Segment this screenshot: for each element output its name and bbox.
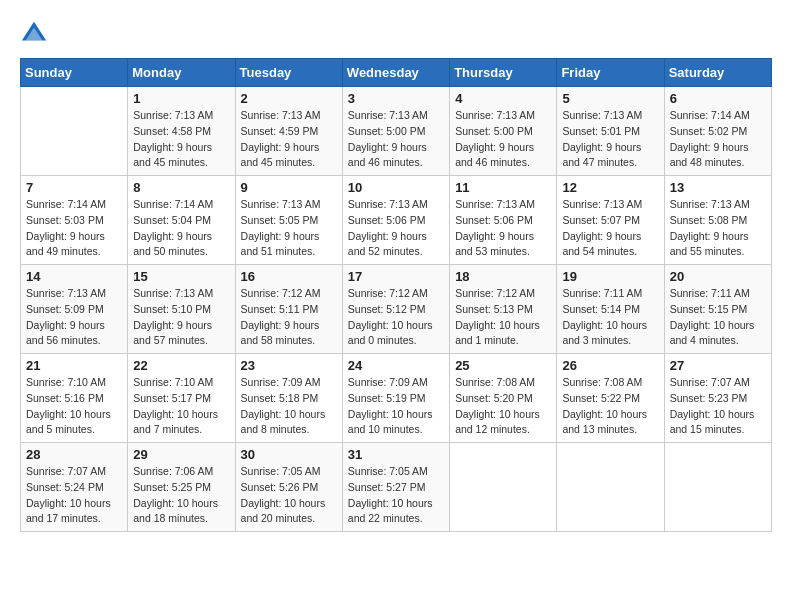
- day-info: Sunrise: 7:09 AMSunset: 5:19 PMDaylight:…: [348, 375, 444, 438]
- day-info: Sunrise: 7:13 AMSunset: 4:59 PMDaylight:…: [241, 108, 337, 171]
- day-number: 3: [348, 91, 444, 106]
- day-info: Sunrise: 7:10 AMSunset: 5:16 PMDaylight:…: [26, 375, 122, 438]
- day-number: 19: [562, 269, 658, 284]
- calendar-cell: 18Sunrise: 7:12 AMSunset: 5:13 PMDayligh…: [450, 265, 557, 354]
- day-number: 25: [455, 358, 551, 373]
- calendar-cell: 19Sunrise: 7:11 AMSunset: 5:14 PMDayligh…: [557, 265, 664, 354]
- day-info: Sunrise: 7:13 AMSunset: 5:05 PMDaylight:…: [241, 197, 337, 260]
- calendar-header: SundayMondayTuesdayWednesdayThursdayFrid…: [21, 59, 772, 87]
- day-number: 15: [133, 269, 229, 284]
- day-number: 21: [26, 358, 122, 373]
- day-info: Sunrise: 7:13 AMSunset: 5:06 PMDaylight:…: [348, 197, 444, 260]
- day-info: Sunrise: 7:13 AMSunset: 5:06 PMDaylight:…: [455, 197, 551, 260]
- day-info: Sunrise: 7:13 AMSunset: 5:01 PMDaylight:…: [562, 108, 658, 171]
- calendar-cell: 28Sunrise: 7:07 AMSunset: 5:24 PMDayligh…: [21, 443, 128, 532]
- calendar-cell: 31Sunrise: 7:05 AMSunset: 5:27 PMDayligh…: [342, 443, 449, 532]
- calendar-body: 1Sunrise: 7:13 AMSunset: 4:58 PMDaylight…: [21, 87, 772, 532]
- day-number: 12: [562, 180, 658, 195]
- day-number: 6: [670, 91, 766, 106]
- calendar-cell: 25Sunrise: 7:08 AMSunset: 5:20 PMDayligh…: [450, 354, 557, 443]
- day-number: 1: [133, 91, 229, 106]
- calendar-week-row: 1Sunrise: 7:13 AMSunset: 4:58 PMDaylight…: [21, 87, 772, 176]
- day-info: Sunrise: 7:08 AMSunset: 5:22 PMDaylight:…: [562, 375, 658, 438]
- calendar-cell: 15Sunrise: 7:13 AMSunset: 5:10 PMDayligh…: [128, 265, 235, 354]
- day-info: Sunrise: 7:05 AMSunset: 5:27 PMDaylight:…: [348, 464, 444, 527]
- calendar-cell: 2Sunrise: 7:13 AMSunset: 4:59 PMDaylight…: [235, 87, 342, 176]
- day-info: Sunrise: 7:12 AMSunset: 5:13 PMDaylight:…: [455, 286, 551, 349]
- day-info: Sunrise: 7:13 AMSunset: 4:58 PMDaylight:…: [133, 108, 229, 171]
- day-info: Sunrise: 7:12 AMSunset: 5:11 PMDaylight:…: [241, 286, 337, 349]
- calendar-cell: 11Sunrise: 7:13 AMSunset: 5:06 PMDayligh…: [450, 176, 557, 265]
- day-info: Sunrise: 7:10 AMSunset: 5:17 PMDaylight:…: [133, 375, 229, 438]
- calendar-cell: 8Sunrise: 7:14 AMSunset: 5:04 PMDaylight…: [128, 176, 235, 265]
- calendar-week-row: 21Sunrise: 7:10 AMSunset: 5:16 PMDayligh…: [21, 354, 772, 443]
- calendar-cell: 20Sunrise: 7:11 AMSunset: 5:15 PMDayligh…: [664, 265, 771, 354]
- day-number: 22: [133, 358, 229, 373]
- logo: [20, 20, 52, 48]
- day-number: 4: [455, 91, 551, 106]
- day-of-week-header: Thursday: [450, 59, 557, 87]
- day-of-week-header: Tuesday: [235, 59, 342, 87]
- day-info: Sunrise: 7:13 AMSunset: 5:00 PMDaylight:…: [348, 108, 444, 171]
- calendar-cell: [21, 87, 128, 176]
- day-number: 29: [133, 447, 229, 462]
- day-info: Sunrise: 7:14 AMSunset: 5:02 PMDaylight:…: [670, 108, 766, 171]
- day-number: 31: [348, 447, 444, 462]
- calendar-cell: 26Sunrise: 7:08 AMSunset: 5:22 PMDayligh…: [557, 354, 664, 443]
- day-info: Sunrise: 7:07 AMSunset: 5:23 PMDaylight:…: [670, 375, 766, 438]
- calendar-cell: 27Sunrise: 7:07 AMSunset: 5:23 PMDayligh…: [664, 354, 771, 443]
- day-info: Sunrise: 7:13 AMSunset: 5:07 PMDaylight:…: [562, 197, 658, 260]
- calendar-cell: 24Sunrise: 7:09 AMSunset: 5:19 PMDayligh…: [342, 354, 449, 443]
- day-number: 24: [348, 358, 444, 373]
- calendar-cell: 29Sunrise: 7:06 AMSunset: 5:25 PMDayligh…: [128, 443, 235, 532]
- day-number: 18: [455, 269, 551, 284]
- calendar-cell: 13Sunrise: 7:13 AMSunset: 5:08 PMDayligh…: [664, 176, 771, 265]
- day-of-week-header: Monday: [128, 59, 235, 87]
- day-number: 30: [241, 447, 337, 462]
- calendar-cell: 3Sunrise: 7:13 AMSunset: 5:00 PMDaylight…: [342, 87, 449, 176]
- day-info: Sunrise: 7:11 AMSunset: 5:15 PMDaylight:…: [670, 286, 766, 349]
- day-number: 27: [670, 358, 766, 373]
- day-of-week-header: Sunday: [21, 59, 128, 87]
- day-number: 10: [348, 180, 444, 195]
- calendar-cell: 4Sunrise: 7:13 AMSunset: 5:00 PMDaylight…: [450, 87, 557, 176]
- calendar-week-row: 14Sunrise: 7:13 AMSunset: 5:09 PMDayligh…: [21, 265, 772, 354]
- day-number: 23: [241, 358, 337, 373]
- calendar-cell: 6Sunrise: 7:14 AMSunset: 5:02 PMDaylight…: [664, 87, 771, 176]
- page-header: [20, 20, 772, 48]
- day-info: Sunrise: 7:13 AMSunset: 5:00 PMDaylight:…: [455, 108, 551, 171]
- calendar-cell: 5Sunrise: 7:13 AMSunset: 5:01 PMDaylight…: [557, 87, 664, 176]
- day-number: 26: [562, 358, 658, 373]
- calendar-cell: 14Sunrise: 7:13 AMSunset: 5:09 PMDayligh…: [21, 265, 128, 354]
- calendar-cell: 7Sunrise: 7:14 AMSunset: 5:03 PMDaylight…: [21, 176, 128, 265]
- day-info: Sunrise: 7:13 AMSunset: 5:08 PMDaylight:…: [670, 197, 766, 260]
- logo-icon: [20, 20, 48, 48]
- day-number: 2: [241, 91, 337, 106]
- calendar-cell: 16Sunrise: 7:12 AMSunset: 5:11 PMDayligh…: [235, 265, 342, 354]
- day-number: 20: [670, 269, 766, 284]
- day-info: Sunrise: 7:14 AMSunset: 5:04 PMDaylight:…: [133, 197, 229, 260]
- calendar-cell: 22Sunrise: 7:10 AMSunset: 5:17 PMDayligh…: [128, 354, 235, 443]
- day-info: Sunrise: 7:14 AMSunset: 5:03 PMDaylight:…: [26, 197, 122, 260]
- day-number: 8: [133, 180, 229, 195]
- calendar-cell: 10Sunrise: 7:13 AMSunset: 5:06 PMDayligh…: [342, 176, 449, 265]
- calendar-cell: 12Sunrise: 7:13 AMSunset: 5:07 PMDayligh…: [557, 176, 664, 265]
- day-number: 5: [562, 91, 658, 106]
- calendar-week-row: 7Sunrise: 7:14 AMSunset: 5:03 PMDaylight…: [21, 176, 772, 265]
- day-of-week-header: Saturday: [664, 59, 771, 87]
- calendar-table: SundayMondayTuesdayWednesdayThursdayFrid…: [20, 58, 772, 532]
- day-number: 28: [26, 447, 122, 462]
- day-number: 17: [348, 269, 444, 284]
- calendar-cell: 9Sunrise: 7:13 AMSunset: 5:05 PMDaylight…: [235, 176, 342, 265]
- day-number: 14: [26, 269, 122, 284]
- day-of-week-header: Wednesday: [342, 59, 449, 87]
- calendar-cell: [557, 443, 664, 532]
- day-info: Sunrise: 7:11 AMSunset: 5:14 PMDaylight:…: [562, 286, 658, 349]
- day-info: Sunrise: 7:09 AMSunset: 5:18 PMDaylight:…: [241, 375, 337, 438]
- day-of-week-header: Friday: [557, 59, 664, 87]
- calendar-cell: 17Sunrise: 7:12 AMSunset: 5:12 PMDayligh…: [342, 265, 449, 354]
- day-info: Sunrise: 7:07 AMSunset: 5:24 PMDaylight:…: [26, 464, 122, 527]
- day-info: Sunrise: 7:06 AMSunset: 5:25 PMDaylight:…: [133, 464, 229, 527]
- calendar-cell: 23Sunrise: 7:09 AMSunset: 5:18 PMDayligh…: [235, 354, 342, 443]
- calendar-cell: 30Sunrise: 7:05 AMSunset: 5:26 PMDayligh…: [235, 443, 342, 532]
